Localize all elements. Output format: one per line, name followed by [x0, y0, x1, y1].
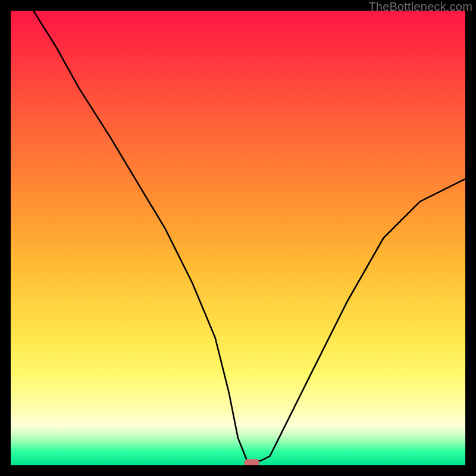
- chart-frame: TheBottleneck.com: [0, 0, 476, 476]
- bottleneck-curve: [11, 11, 465, 465]
- optimal-marker: [244, 459, 259, 465]
- plot-area: [11, 11, 465, 465]
- curve-path: [33, 11, 465, 461]
